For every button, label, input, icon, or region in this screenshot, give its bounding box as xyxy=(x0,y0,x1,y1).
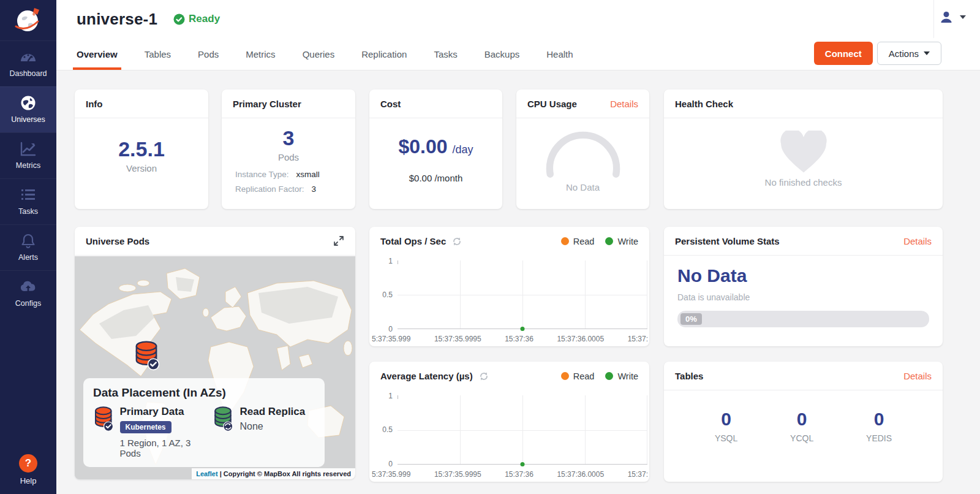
connect-button[interactable]: Connect xyxy=(814,42,873,65)
sidebar-item-alerts[interactable]: Alerts xyxy=(0,224,56,270)
tab-queries[interactable]: Queries xyxy=(303,38,335,70)
primary-cluster-marker[interactable] xyxy=(134,340,159,373)
chart-plot-area xyxy=(398,260,647,329)
instance-type-row: Instance Type: xsmall xyxy=(235,170,342,179)
status-badge: Ready xyxy=(173,13,220,25)
card-title: Universe Pods xyxy=(86,236,149,246)
header-divider xyxy=(933,0,934,38)
instance-type-label: Instance Type: xyxy=(235,170,289,179)
bell-icon xyxy=(20,233,36,249)
chevron-down-icon xyxy=(924,51,930,55)
planet-rocket-logo-icon xyxy=(12,4,44,36)
x-axis-labels: 5:37:35.999 15:37:35.9995 15:37:36 15:37… xyxy=(372,470,648,479)
pv-progress-bar: 0% xyxy=(677,311,929,327)
tab-health[interactable]: Health xyxy=(546,38,573,70)
primary-database-icon xyxy=(93,406,114,431)
sidebar-item-configs[interactable]: Configs xyxy=(0,270,56,316)
tables-card: Tables Details 0 YSQL 0 YCQL 0 YEDIS xyxy=(664,362,943,482)
cost-per-day-unit: /day xyxy=(453,143,473,156)
card-title: Primary Cluster xyxy=(233,99,301,109)
actions-button[interactable]: Actions xyxy=(877,42,941,65)
chart-legend: Read Write xyxy=(561,237,638,246)
sidebar-item-tasks[interactable]: Tasks xyxy=(0,178,56,224)
tab-pods[interactable]: Pods xyxy=(198,38,219,70)
gauge-arc-icon xyxy=(537,126,629,180)
y-tick-0: 0 xyxy=(369,460,393,468)
tab-backups[interactable]: Backups xyxy=(484,38,520,70)
universe-pods-card: Universe Pods xyxy=(75,227,355,479)
tab-tasks[interactable]: Tasks xyxy=(434,38,457,70)
read-series-dot xyxy=(561,372,569,380)
ycql-count: 0 YCQL xyxy=(790,409,813,443)
yedis-count: 0 YEDIS xyxy=(866,409,892,443)
app-logo[interactable] xyxy=(0,0,56,40)
cost-card: Cost $0.00 /day $0.00 /month xyxy=(369,89,502,209)
avg-latency-chart-card: Average Latency (µs) Read Write 1 0.5 0 xyxy=(369,362,649,482)
card-title: Health Check xyxy=(675,99,733,109)
refresh-icon[interactable] xyxy=(479,371,489,381)
sidebar-item-dashboard[interactable]: Dashboard xyxy=(0,40,56,86)
x-tick: 15:37:35.9995 xyxy=(434,470,481,479)
primary-cluster-card: Primary Cluster 3 Pods Instance Type: xs… xyxy=(222,89,355,209)
yedis-value: 0 xyxy=(866,409,892,430)
card-title: Info xyxy=(86,99,103,109)
yedis-label: YEDIS xyxy=(866,433,892,443)
version-value: 2.5.1 xyxy=(75,138,208,161)
chart-plot-area xyxy=(398,395,647,465)
write-data-point xyxy=(521,462,525,466)
pv-details-link[interactable]: Details xyxy=(903,236,932,246)
pv-progress-label: 0% xyxy=(680,313,702,325)
primary-data-label: Primary Data xyxy=(120,406,213,418)
sidebar-item-help[interactable]: ? Help xyxy=(0,454,56,485)
read-replica-value: None xyxy=(239,421,305,432)
sidebar: Dashboard Universes Metrics Tasks xyxy=(0,0,56,494)
legend-read-label: Read xyxy=(573,237,595,246)
tab-tables[interactable]: Tables xyxy=(145,38,171,70)
version-caption: Version xyxy=(75,163,208,173)
write-data-point xyxy=(521,327,525,331)
ysql-count: 0 YSQL xyxy=(715,409,737,443)
ysql-value: 0 xyxy=(715,409,737,430)
y-tick-1: 1 xyxy=(369,257,393,265)
sidebar-item-label: Alerts xyxy=(18,253,38,262)
tab-replication[interactable]: Replication xyxy=(361,38,407,70)
cpu-details-link[interactable]: Details xyxy=(610,99,638,109)
sidebar-item-metrics[interactable]: Metrics xyxy=(0,132,56,178)
leaflet-link[interactable]: Leaflet xyxy=(196,470,217,477)
card-title: Cost xyxy=(380,99,401,109)
x-tick: 15:37:36.0005 xyxy=(557,470,604,479)
x-tick: 15:37:36 xyxy=(505,470,533,479)
tables-details-link[interactable]: Details xyxy=(903,371,932,381)
world-map[interactable]: Data Placement (In AZs) Primary Data xyxy=(75,256,355,479)
health-check-card: Health Check No finished checks xyxy=(664,89,943,209)
data-placement-title: Data Placement (In AZs) xyxy=(93,386,315,400)
ysql-label: YSQL xyxy=(715,433,737,443)
chart-title: Average Latency (µs) xyxy=(380,371,473,381)
ycql-value: 0 xyxy=(790,409,813,430)
pods-caption: Pods xyxy=(222,152,355,162)
x-axis-labels: 5:37:35.999 15:37:35.9995 15:37:36 15:37… xyxy=(372,335,648,343)
cost-per-day-value: $0.00 xyxy=(398,135,447,158)
persistent-volume-card: Persistent Volume Stats Details No Data … xyxy=(664,227,943,346)
sidebar-item-label: Dashboard xyxy=(9,69,47,78)
y-tick-0_5: 0.5 xyxy=(369,291,393,299)
total-ops-chart-card: Total Ops / Sec Read Write 1 0.5 0 5:37 xyxy=(369,227,649,346)
user-menu[interactable] xyxy=(939,10,966,25)
refresh-icon[interactable] xyxy=(452,237,462,246)
chart-title: Total Ops / Sec xyxy=(380,236,446,246)
tab-metrics[interactable]: Metrics xyxy=(246,38,275,70)
actions-label: Actions xyxy=(889,48,919,59)
tab-overview[interactable]: Overview xyxy=(77,38,118,70)
read-replica-legend: Read Replica None xyxy=(213,406,305,458)
heart-icon xyxy=(778,131,829,175)
sidebar-item-universes[interactable]: Universes xyxy=(0,86,56,132)
cost-per-month: $0.00 /month xyxy=(369,173,502,183)
expand-icon[interactable] xyxy=(333,235,344,246)
write-series-dot xyxy=(605,237,613,245)
gauge-icon xyxy=(20,49,37,65)
help-label: Help xyxy=(20,476,37,485)
page-header: universe-1 Ready Overview Tables Pods Me… xyxy=(56,0,980,70)
x-tick: 15:37:36.0005 xyxy=(557,335,604,343)
chart-legend: Read Write xyxy=(561,371,638,381)
universe-title: universe-1 xyxy=(77,10,157,29)
